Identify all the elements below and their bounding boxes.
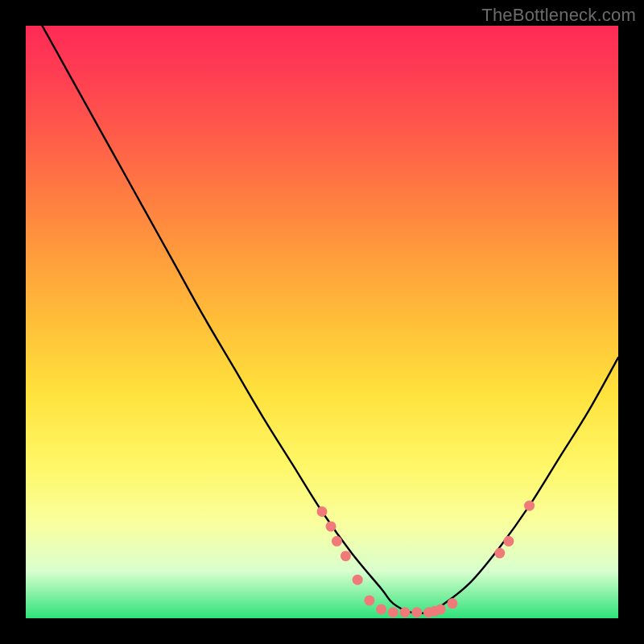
curve-marker [494, 548, 505, 559]
curve-marker [332, 536, 342, 547]
watermark-text: TheBottleneck.com [481, 5, 636, 26]
curve-marker [447, 598, 457, 609]
curve-marker [503, 536, 514, 547]
curve-marker [326, 521, 336, 531]
curve-marker [524, 501, 535, 511]
curve-markers [317, 501, 535, 617]
curve-marker [436, 604, 446, 614]
curve-marker [388, 607, 398, 617]
bottleneck-curve [26, 26, 618, 613]
curve-marker [376, 604, 386, 614]
curve-marker [353, 575, 363, 585]
curve-marker [317, 506, 328, 517]
curve-marker [411, 607, 422, 617]
curve-marker [400, 607, 411, 617]
curve-marker [364, 595, 374, 605]
plot-area [26, 26, 618, 618]
curve-layer [26, 26, 618, 618]
curve-marker [341, 551, 351, 561]
chart-stage: TheBottleneck.com [0, 0, 644, 644]
